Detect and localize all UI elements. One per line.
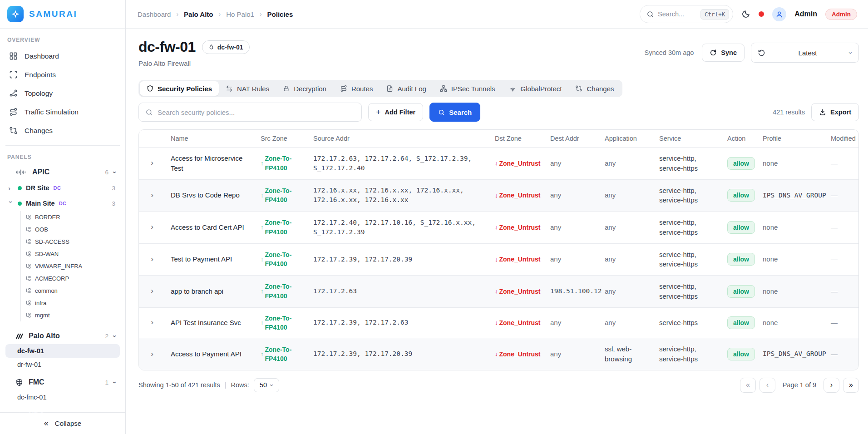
device-item-dr-fw-01[interactable]: dr-fw-01 [5,358,120,371]
tab-globalprotect[interactable]: GlobalProtect [502,81,569,96]
sidebar-item-traffic-simulation[interactable]: Traffic Simulation [5,103,120,121]
row-expand-icon[interactable]: › [151,350,153,358]
git-compare-icon [9,126,18,135]
dst-zone: Zone_Untrust [499,287,541,296]
sidebar-item-label: Endpoints [25,71,56,79]
tree-item-label: infra [35,300,46,306]
page-indicator: Page 1 of 9 [783,381,816,389]
col-name: Name [165,130,255,147]
arrow-down-icon: ↓ [495,256,498,262]
panel-apic[interactable]: APIC 6 › [5,164,120,180]
brand-logo[interactable] [7,6,24,22]
row-expand-icon[interactable]: › [151,255,153,263]
list-tree-icon [25,300,31,306]
tree-item-common[interactable]: common [25,285,120,297]
sidebar-item-label: Traffic Simulation [25,108,79,116]
next-page-button[interactable]: › [824,378,839,393]
panel-palo-alto[interactable]: Palo Alto 2 › [5,328,120,344]
application: any [599,153,654,174]
breadcrumb-item[interactable]: Policies [267,10,293,18]
source-addr: 172.17.2.63, 172.17.2.64, S_172.17.2.39,… [308,148,489,179]
row-expand-icon[interactable]: › [151,222,153,231]
action-badge: allow [727,189,755,202]
status-dot-online [18,186,22,190]
profile: IPS_DNS_AV_GROUP [757,185,825,206]
tab-nat-rules[interactable]: NAT Rules [219,81,276,96]
breadcrumb: Dashboard › Palo Alto › Ho Palo1 › Polic… [138,10,293,18]
panel-ndo[interactable]: NDO 1 › [5,407,120,412]
add-filter-button[interactable]: + Add Filter [368,103,423,121]
src-zone: Zone-To-FP4100 [265,154,303,173]
breadcrumb-item[interactable]: Palo Alto [184,10,213,18]
breadcrumb-item[interactable]: Dashboard [138,10,171,18]
tab-label: Routes [351,85,373,93]
version-select[interactable]: Latest › [751,43,859,63]
global-search[interactable]: Ctrl+K [640,5,733,23]
service: service-http, service-https [654,338,722,370]
modified: — [825,184,858,206]
src-zone: Zone-To-FP4100 [265,314,303,332]
tree-item-sd-access[interactable]: SD-ACCESS [25,236,120,248]
panel-fmc[interactable]: FMC 1 › [5,374,120,390]
policy-name: Access for Microservice Test [165,148,255,179]
chevron-right-icon[interactable]: › [8,185,14,192]
tree-item-oob[interactable]: OOB [25,223,120,236]
status-indicator-dot[interactable] [759,11,764,17]
profile: none [757,248,825,270]
search-button[interactable]: Search [429,103,480,122]
user-avatar[interactable] [772,7,786,21]
sidebar-item-endpoints[interactable]: Endpoints [5,65,120,84]
site-row-main-site[interactable]: › Main Site DC 3 [5,196,120,211]
sidebar-item-changes[interactable]: Changes [5,121,120,140]
policy-search-input[interactable] [158,108,355,116]
arrow-up-icon: ↑ [261,160,264,166]
row-expand-icon[interactable]: › [151,286,153,295]
device-label: dc-fw-01 [17,347,44,355]
tree-item-border[interactable]: BORDER [25,211,120,223]
last-page-button[interactable]: » [843,378,859,393]
row-expand-icon[interactable]: › [151,158,153,167]
dst-zone: Zone_Untrust [499,191,541,200]
src-zone: Zone-To-FP4100 [265,282,303,301]
chevron-down-icon[interactable]: › [112,381,118,384]
tab-changes[interactable]: Changes [568,81,621,96]
rows-label: Rows: [231,381,249,389]
policy-search[interactable] [138,103,362,122]
row-expand-icon[interactable]: › [151,318,153,326]
dest-addr: any [545,248,599,270]
tree-item-mgmt[interactable]: mgmt [25,309,120,321]
chevron-down-icon[interactable]: › [112,171,118,173]
tab-security-policies[interactable]: Security Policies [140,81,219,96]
application: any [599,312,654,334]
tab-ipsec-tunnels[interactable]: IPSec Tunnels [433,81,502,96]
tree-item-sd-wan[interactable]: SD-WAN [25,248,120,260]
panel-label: FMC [29,378,44,386]
device-item-dc-fw-01[interactable]: dc-fw-01 [5,344,120,358]
sidebar-item-topology[interactable]: Topology [5,84,120,103]
tree-item-acmecorp[interactable]: ACMECORP [25,272,120,285]
tab-routes[interactable]: Routes [333,81,380,96]
global-search-input[interactable] [658,10,697,18]
site-row-dr-site[interactable]: › DR Site DC 3 [5,180,120,196]
tab-label: IPSec Tunnels [451,85,495,93]
first-page-button[interactable]: « [740,378,756,393]
chevron-down-icon[interactable]: › [8,201,15,206]
sidebar-item-dashboard[interactable]: Dashboard [5,47,120,65]
breadcrumb-item[interactable]: Ho Palo1 [226,10,254,18]
dark-mode-toggle[interactable] [741,10,750,19]
prev-page-button[interactable]: ‹ [760,378,775,393]
chevron-down-icon[interactable]: › [112,335,118,337]
sync-button[interactable]: Sync [702,44,745,62]
profile: none [757,153,825,174]
device-item-dc-fmc-01[interactable]: dc-fmc-01 [5,390,120,404]
tree-item-label: common [35,287,58,294]
sidebar-collapse-button[interactable]: « Collapse [0,412,125,434]
site-label: Main Site [26,200,55,207]
tree-item-infra[interactable]: infra [25,297,120,309]
tab-decryption[interactable]: Decryption [276,81,333,96]
row-expand-icon[interactable]: › [151,191,153,199]
rows-per-page-select[interactable]: 50 › [254,378,279,392]
tree-item-vmware-infra[interactable]: VMWARE_INFRA [25,260,120,272]
tab-audit-log[interactable]: Audit Log [380,81,433,96]
export-button[interactable]: Export [811,103,859,121]
